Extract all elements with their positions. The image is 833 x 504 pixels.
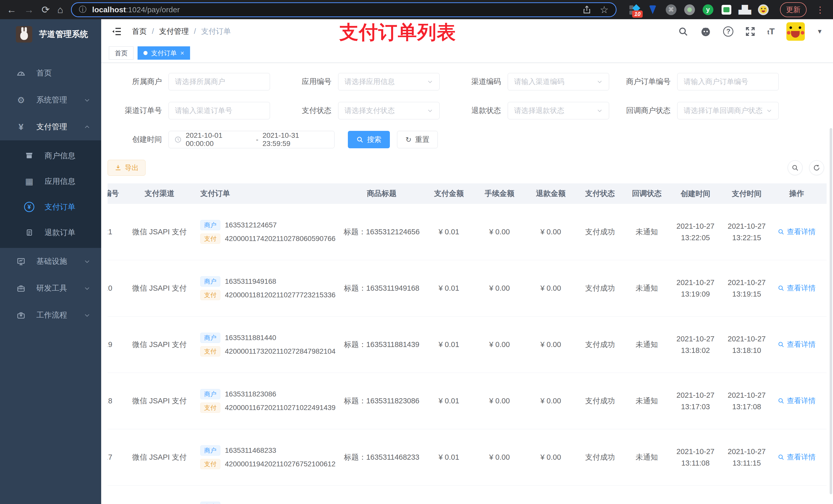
- browser-back-icon[interactable]: ←: [7, 5, 16, 15]
- sidebar-item-pay-order[interactable]: ¥ 支付订单: [0, 194, 101, 220]
- pay-channel: 微信 JSAPI 支付: [129, 283, 190, 293]
- app-logo-row[interactable]: 芋道管理系统: [0, 19, 101, 49]
- browser-home-icon[interactable]: ⌂: [57, 5, 63, 15]
- sidebar-item-payment[interactable]: ¥ 支付管理: [0, 114, 101, 140]
- sidebar-item-system[interactable]: ⚙ 系统管理: [0, 87, 101, 114]
- order-id: 17: [108, 453, 129, 461]
- chevron-down-icon: [427, 107, 433, 114]
- sidebar-item-merchant-info[interactable]: 商户信息: [0, 143, 101, 169]
- col-paid: 支付时间: [721, 188, 772, 199]
- view-detail-link[interactable]: 查看详情: [778, 396, 815, 406]
- address-bar[interactable]: ⓘ localhost:1024/pay/order ☆: [71, 2, 617, 17]
- extension-emoji-icon[interactable]: [758, 4, 769, 15]
- avatar[interactable]: [786, 22, 805, 41]
- sidebar-fold-icon[interactable]: [112, 26, 122, 37]
- pay-amount: ¥ 0.01: [424, 228, 474, 236]
- refresh-table-button[interactable]: [809, 160, 824, 175]
- help-icon[interactable]: ?: [723, 26, 733, 37]
- yen-icon: ¥: [15, 122, 27, 132]
- pay-order-numbers: 商户1635311823086 支付4200001167202110271022…: [190, 386, 339, 416]
- breadcrumb-home[interactable]: 首页: [132, 26, 147, 37]
- product-title: 标题：1635312124656: [339, 227, 424, 237]
- filter-field-create-time: 创建时间 2021-10-01 00:00:00 - 2021-10-31 23…: [108, 131, 335, 148]
- merchant-input[interactable]: 请选择所属商户: [169, 73, 270, 90]
- breadcrumb-payment[interactable]: 支付管理: [159, 26, 189, 37]
- notify-status: 未通知: [624, 396, 670, 406]
- pay-tag: 支付: [200, 290, 220, 300]
- placeholder: 请选择订单回调商户状态: [684, 106, 763, 116]
- notify-status-select[interactable]: 请选择订单回调商户状态: [677, 102, 779, 119]
- github-icon[interactable]: [700, 26, 711, 37]
- avatar-caret-icon[interactable]: ▼: [817, 28, 823, 35]
- view-detail-link[interactable]: 查看详情: [778, 283, 815, 293]
- toggle-search-button[interactable]: [788, 160, 803, 175]
- view-detail-link[interactable]: 查看详情: [778, 340, 815, 349]
- sidebar-item-workflow[interactable]: 工作流程: [0, 302, 101, 329]
- sidebar-item-infrastructure[interactable]: 基础设施: [0, 248, 101, 275]
- pay-amount: ¥ 0.01: [424, 453, 474, 461]
- tag-home[interactable]: 首页: [109, 46, 134, 60]
- merchant-tag: 商户: [200, 446, 220, 456]
- close-icon[interactable]: ×: [180, 49, 184, 57]
- browser-menu-icon[interactable]: ⋮: [816, 5, 825, 15]
- pay-status-select[interactable]: 请选择支付状态: [338, 102, 439, 119]
- field-label: 商户订单编号: [616, 77, 677, 87]
- sidebar-item-refund-order[interactable]: 退款订单: [0, 220, 101, 245]
- refund-status-select[interactable]: 请选择退款状态: [508, 102, 609, 119]
- font-size-icon[interactable]: tT: [767, 26, 775, 37]
- tags-view-bar: 首页 支付订单 ×: [101, 44, 833, 63]
- vertical-scrollbar[interactable]: [830, 128, 832, 494]
- placeholder: 请选择应用信息: [344, 77, 395, 87]
- rabbit-logo: [16, 26, 32, 43]
- channel-code-select[interactable]: 请输入渠道编码: [508, 73, 609, 90]
- merchant-order-no-input[interactable]: 请输入商户订单编号: [677, 73, 779, 90]
- extension-chat-icon[interactable]: [721, 4, 732, 15]
- order-id: 19: [108, 340, 129, 349]
- search-button[interactable]: 搜索: [348, 131, 390, 148]
- date-separator: -: [256, 136, 258, 144]
- sidebar-item-label: 支付管理: [37, 122, 67, 132]
- search-icon[interactable]: [678, 26, 688, 37]
- extension-command-icon[interactable]: ⌘: [666, 4, 676, 15]
- chevron-down-icon: [597, 107, 603, 114]
- actions-cell: 查看详情: [772, 340, 821, 350]
- date-start[interactable]: 2021-10-01 00:00:00: [186, 131, 252, 148]
- create-time-range-picker[interactable]: 2021-10-01 00:00:00 - 2021-10-31 23:59:5…: [169, 131, 335, 148]
- yen-circle-icon: ¥: [24, 202, 35, 212]
- url-host: localhost: [92, 5, 126, 14]
- field-label: 创建时间: [108, 135, 169, 145]
- browser-reload-icon[interactable]: ⟳: [42, 5, 50, 15]
- reset-button[interactable]: ↻ 重置: [397, 131, 438, 148]
- pay-status: 支付成功: [576, 283, 624, 293]
- shop-icon: [24, 151, 35, 160]
- merchant-tag: 商户: [200, 389, 220, 399]
- app-no-select[interactable]: 请选择应用信息: [338, 73, 439, 90]
- fee-amount: ¥ 0.00: [474, 228, 525, 236]
- extension-icon[interactable]: 10: [629, 4, 640, 15]
- view-detail-link[interactable]: 查看详情: [778, 452, 815, 462]
- sidebar-item-dev-tools[interactable]: 研发工具: [0, 275, 101, 302]
- tag-pay-order[interactable]: 支付订单 ×: [138, 46, 190, 60]
- sidebar-item-app-info[interactable]: ▦ 应用信息: [0, 169, 101, 194]
- channel-order-no-input[interactable]: 请输入渠道订单号: [169, 102, 270, 119]
- browser-forward-icon[interactable]: →: [24, 5, 34, 15]
- extensions-puzzle-icon[interactable]: ▟▙: [739, 4, 750, 15]
- date-end[interactable]: 2021-10-31 23:59:59: [263, 131, 329, 148]
- view-detail-link[interactable]: 查看详情: [778, 227, 815, 237]
- extension-record-icon[interactable]: [684, 4, 695, 15]
- table-header: 编号 支付渠道 支付订单 商品标题 支付金额 手续金额 退款金额 支付状态 回调…: [108, 183, 827, 204]
- browser-update-button[interactable]: 更新: [780, 2, 807, 17]
- extension-kite-icon[interactable]: [647, 4, 658, 15]
- search-icon: [791, 164, 799, 171]
- site-info-icon[interactable]: ⓘ: [79, 4, 87, 15]
- bookmark-star-icon[interactable]: ☆: [600, 5, 609, 15]
- search-icon: [778, 341, 784, 348]
- refund-amount: ¥ 0.00: [525, 453, 576, 461]
- fullscreen-icon[interactable]: [745, 26, 755, 37]
- extension-y-icon[interactable]: y: [703, 4, 713, 15]
- share-icon[interactable]: [582, 5, 591, 14]
- table-toolbar: 导出: [108, 160, 827, 176]
- search-icon: [778, 285, 784, 291]
- sidebar-item-home[interactable]: 首页: [0, 60, 101, 87]
- export-button[interactable]: 导出: [108, 160, 145, 176]
